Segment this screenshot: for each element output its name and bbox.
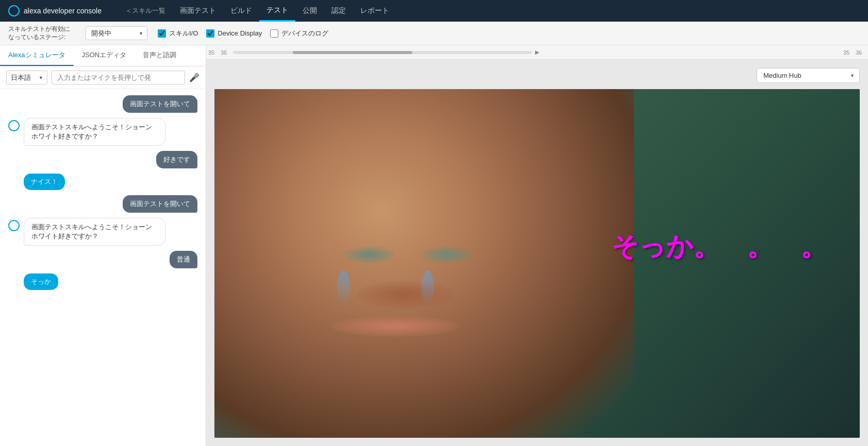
list-item: 画面テストを開いて	[123, 195, 197, 213]
nav-publish[interactable]: 公開	[295, 0, 324, 22]
list-item: ナイス！	[24, 174, 65, 190]
right-panel: 35 36 ▶ 35 36 Medium Hub Small Hub	[206, 45, 868, 446]
checkbox-group: スキルI/O Device Display デバイスのログ	[158, 29, 328, 38]
main-area: Alexaシミュレータ JSONエディタ 音声と語調 日本語 🎤 画面テストを開…	[0, 45, 868, 446]
meme-text: そっか。 。 。	[611, 229, 827, 265]
panel-tabs: Alexaシミュレータ JSONエディタ 音声と語調	[0, 45, 206, 66]
scroll-segment-right: 35 36	[542, 49, 866, 56]
meme-mouth	[330, 316, 459, 337]
lang-select-wrapper: 日本語	[6, 71, 47, 84]
mic-icon[interactable]: 🎤	[189, 73, 199, 82]
nav-certify[interactable]: 認定	[324, 0, 353, 22]
tab-alexa-sim[interactable]: Alexaシミュレータ	[0, 45, 74, 66]
device-log-checkbox-label[interactable]: デバイスのログ	[270, 29, 328, 38]
sub-toolbar: スキルテストが有効になっているステージ: 開発中 スキルI/O Device D…	[0, 22, 868, 45]
logo-circle	[8, 5, 20, 16]
chat-input[interactable]	[52, 71, 185, 84]
scroll-top-area: 35 36 ▶ 35 36	[206, 45, 868, 60]
meme-eye-left	[343, 246, 395, 264]
list-item: 好きです	[156, 151, 197, 168]
app-logo: alexa developer console	[8, 5, 102, 16]
input-row: 日本語 🎤	[0, 66, 206, 89]
meme-tear-right	[421, 270, 434, 305]
device-display-label: Device Display	[218, 29, 262, 37]
meme-container: そっか。 。 。	[214, 89, 860, 438]
scroll-num-35-left: 35	[208, 49, 219, 56]
lang-select[interactable]: 日本語	[6, 71, 47, 84]
nav-report[interactable]: レポート	[353, 0, 396, 22]
scroll-track-left[interactable]	[233, 51, 532, 54]
nav-back[interactable]: ＜スキル一覧	[118, 0, 173, 22]
meme-tear-left	[337, 270, 350, 305]
scroll-thumb-left	[293, 51, 412, 54]
list-item: 画面テストスキルへようこそ！ショーンホワイト好きですか？	[8, 218, 197, 246]
stage-label: スキルテストが有効になっているステージ:	[8, 25, 75, 41]
device-select-wrapper: Medium Hub Small Hub Large Hub TV	[757, 68, 860, 83]
chat-area[interactable]: 画面テストを開いて 画面テストスキルへようこそ！ショーンホワイト好きですか？ 好…	[0, 89, 206, 446]
list-item: そっか	[24, 273, 58, 290]
stage-select-wrapper: 開発中	[86, 26, 147, 40]
scroll-num-35-right: 35	[843, 49, 854, 56]
chat-bubble-left: 画面テストスキルへようこそ！ショーンホワイト好きですか？	[24, 218, 165, 246]
scroll-segment-left: 35 36	[208, 49, 532, 56]
meme-eye-right	[421, 246, 473, 264]
device-select[interactable]: Medium Hub Small Hub Large Hub TV	[757, 68, 860, 83]
nav-test[interactable]: テスト	[259, 0, 295, 22]
skill-io-checkbox-label[interactable]: スキルI/O	[158, 29, 198, 38]
tab-voice-phrases[interactable]: 音声と語調	[135, 45, 185, 66]
alexa-icon	[8, 120, 20, 131]
device-display-area: Medium Hub Small Hub Large Hub TV	[206, 60, 868, 446]
list-item: 画面テストスキルへようこそ！ショーンホワイト好きですか？	[8, 118, 197, 146]
left-panel: Alexaシミュレータ JSONエディタ 音声と語調 日本語 🎤 画面テストを開…	[0, 45, 206, 446]
meme-nose	[356, 281, 453, 308]
alexa-icon	[8, 220, 20, 231]
meme-face	[214, 89, 634, 438]
scroll-num-36-left: 36	[221, 49, 231, 56]
app-title: alexa developer console	[24, 7, 102, 15]
device-display-checkbox[interactable]	[206, 29, 214, 38]
device-display-checkbox-label[interactable]: Device Display	[206, 29, 262, 38]
scroll-num-36-right: 36	[856, 49, 866, 56]
stage-select[interactable]: 開発中	[86, 26, 147, 40]
device-log-checkbox[interactable]	[270, 29, 278, 38]
device-select-row: Medium Hub Small Hub Large Hub TV	[214, 68, 860, 83]
tab-json-editor[interactable]: JSONエディタ	[74, 45, 135, 66]
nav-build[interactable]: ビルド	[223, 0, 259, 22]
top-nav: alexa developer console ＜スキル一覧 画面テスト ビルド…	[0, 0, 868, 22]
chat-bubble-left: 画面テストスキルへようこそ！ショーンホワイト好きですか？	[24, 118, 165, 146]
list-item: 画面テストを開いて	[123, 95, 197, 113]
skill-io-label: スキルI/O	[169, 29, 198, 38]
skill-io-checkbox[interactable]	[158, 29, 166, 38]
nav-links: ＜スキル一覧 画面テスト ビルド テスト 公開 認定 レポート	[118, 0, 396, 22]
device-log-label: デバイスのログ	[281, 29, 328, 38]
nav-screen-test[interactable]: 画面テスト	[173, 0, 223, 22]
list-item: 普通	[170, 251, 197, 268]
